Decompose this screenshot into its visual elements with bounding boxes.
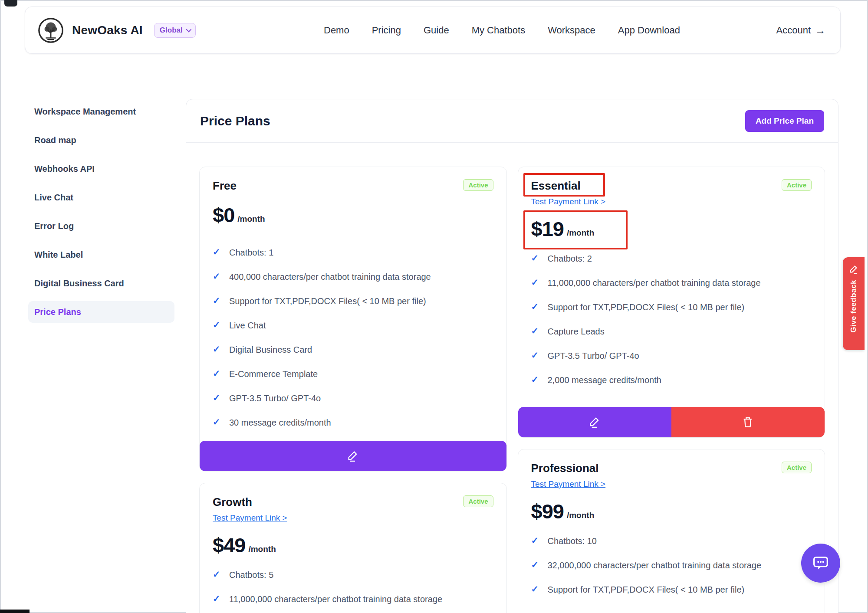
feature-row: ✓ Support for TXT,PDF,DOCX Files( < 10 M… — [213, 296, 493, 306]
feature-text: Chatbots: 5 — [229, 570, 273, 580]
pencil-icon — [346, 449, 359, 462]
nav-links: Demo Pricing Guide My Chatbots Workspace… — [324, 7, 680, 53]
check-icon: ✓ — [213, 296, 222, 305]
feature-text: Support for TXT,PDF,DOCX Files( < 10 MB … — [548, 585, 745, 595]
sidebar-item-white-label[interactable]: White Label — [28, 244, 174, 266]
feature-row: ✓ GPT-3.5 Turbo/ GPT-4o — [531, 351, 812, 361]
feature-row: ✓ Digital Business Card — [213, 345, 493, 355]
feature-row: ✓ 11,000,000 characters/per chatbot trai… — [213, 594, 493, 604]
feature-text: Digital Business Card — [229, 345, 312, 355]
give-feedback-tab[interactable]: Give feedback — [843, 257, 865, 350]
nav-link[interactable]: Pricing — [372, 25, 401, 36]
feature-list: ✓ Chatbots: 1 ✓ 400,000 characters/per c… — [213, 248, 493, 428]
feature-text: Capture Leads — [548, 327, 605, 337]
plan-period: /month — [567, 511, 594, 523]
feature-text: Support for TXT,PDF,DOCX Files( < 10 MB … — [229, 296, 426, 306]
plan-price: $19 — [531, 217, 564, 241]
sidebar: Workspace Management Road map Webhooks A… — [28, 101, 174, 323]
sidebar-item-webhooks-api[interactable]: Webhooks API — [28, 158, 174, 180]
top-left-artifact — [4, 0, 17, 7]
feature-row: ✓ Capture Leads — [531, 327, 812, 337]
feature-row: ✓ 32,000,000 characters/per chatbot trai… — [531, 561, 812, 570]
account-link[interactable]: Account → — [776, 7, 826, 53]
feature-text: 11,000,000 characters/per chatbot traini… — [229, 594, 442, 604]
add-price-plan-button[interactable]: Add Price Plan — [745, 110, 824, 132]
nav-link[interactable]: Workspace — [548, 25, 595, 36]
brand-name: NewOaks AI — [72, 23, 143, 37]
brand[interactable]: NewOaks AI — [37, 17, 143, 44]
plan-price: $99 — [531, 499, 564, 523]
nav-link[interactable]: Demo — [324, 25, 349, 36]
plan-title: Growth — [213, 495, 252, 509]
edit-plan-button[interactable] — [200, 441, 506, 471]
feature-row: ✓ Live Chat — [213, 321, 493, 331]
arrow-right-icon: → — [815, 24, 825, 36]
feature-list: ✓ Chatbots: 2 ✓ 11,000,000 characters/pe… — [531, 254, 812, 385]
feature-row: ✓ 400,000 characters/per chatbot trainin… — [213, 272, 493, 282]
check-icon: ✓ — [531, 327, 541, 335]
plan-cards-grid: Free Active $0 /month ✓ Chatbots: 1 — [186, 143, 838, 613]
check-icon: ✓ — [213, 594, 222, 603]
check-icon: ✓ — [213, 369, 222, 378]
check-icon: ✓ — [531, 375, 541, 384]
feature-text: 32,000,000 characters/per chatbot traini… — [548, 561, 762, 570]
test-payment-link[interactable]: Test Payment Link > — [213, 513, 287, 523]
sidebar-item-price-plans[interactable]: Price Plans — [28, 301, 174, 323]
plan-card-free: Free Active $0 /month ✓ Chatbots: 1 — [199, 167, 507, 472]
feature-row: ✓ Chatbots: 10 — [531, 536, 812, 546]
plan-period: /month — [567, 228, 594, 241]
test-payment-link[interactable]: Test Payment Link > — [531, 479, 606, 489]
edit-plan-button[interactable] — [518, 407, 671, 437]
check-icon: ✓ — [531, 561, 541, 569]
sidebar-item-error-log[interactable]: Error Log — [28, 215, 174, 237]
test-payment-link[interactable]: Test Payment Link > — [531, 197, 606, 207]
sidebar-item-live-chat[interactable]: Live Chat — [28, 187, 174, 208]
plan-period: /month — [237, 214, 265, 227]
panel-header: Price Plans Add Price Plan — [186, 99, 838, 143]
feature-row: ✓ Support for TXT,PDF,DOCX Files( < 10 M… — [531, 302, 812, 312]
plan-card-growth: Growth Active Test Payment Link > $49 /m… — [199, 483, 507, 613]
feature-text: GPT-3.5 Turbo/ GPT-4o — [548, 351, 639, 361]
feature-row: ✓ Chatbots: 2 — [531, 254, 812, 264]
region-label: Global — [160, 26, 183, 35]
trash-icon — [741, 416, 754, 429]
feature-text: Chatbots: 2 — [548, 254, 592, 264]
region-dropdown[interactable]: Global — [154, 23, 196, 38]
feature-list: ✓ Chatbots: 10 ✓ 32,000,000 characters/p… — [531, 536, 812, 595]
account-label: Account — [776, 25, 811, 36]
sidebar-item-digital-business-card[interactable]: Digital Business Card — [28, 272, 174, 294]
feature-list: ✓ Chatbots: 5 ✓ 11,000,000 characters/pe… — [213, 570, 493, 604]
feature-text: Live Chat — [229, 321, 266, 331]
feature-row: ✓ Support for TXT,PDF,DOCX Files( < 10 M… — [531, 585, 812, 595]
check-icon: ✓ — [213, 570, 222, 579]
feature-row: ✓ Chatbots: 1 — [213, 248, 493, 258]
top-navbar: NewOaks AI Global Demo Pricing Guide My … — [25, 7, 841, 54]
chat-widget-button[interactable] — [801, 544, 840, 583]
bottom-left-artifact — [0, 610, 30, 613]
nav-link[interactable]: Guide — [424, 25, 449, 36]
chat-bubble-icon — [811, 553, 831, 573]
feature-row: ✓ 30 message credits/month — [213, 418, 493, 428]
feature-row: ✓ GPT-3.5 Turbo/ GPT-4o — [213, 393, 493, 403]
sidebar-item-workspace-management[interactable]: Workspace Management — [28, 101, 174, 122]
check-icon: ✓ — [531, 351, 541, 360]
feature-text: 400,000 characters/per chatbot training … — [229, 272, 431, 282]
status-badge: Active — [782, 462, 812, 473]
feature-text: Support for TXT,PDF,DOCX Files( < 10 MB … — [548, 302, 745, 312]
feature-text: Chatbots: 1 — [229, 248, 273, 258]
plan-title: Free — [213, 179, 237, 193]
newoaks-logo-icon — [37, 17, 64, 44]
status-badge: Active — [463, 495, 493, 507]
check-icon: ✓ — [213, 248, 222, 256]
nav-link[interactable]: My Chatbots — [472, 25, 526, 36]
delete-plan-button[interactable] — [671, 407, 825, 437]
plan-title: Essential — [531, 179, 581, 193]
sidebar-item-road-map[interactable]: Road map — [28, 129, 174, 151]
check-icon: ✓ — [531, 536, 541, 545]
plan-period: /month — [248, 544, 276, 557]
plan-price: $49 — [213, 533, 245, 557]
feature-row: ✓ Chatbots: 5 — [213, 570, 493, 580]
plan-price: $0 — [213, 203, 234, 227]
nav-link[interactable]: App Download — [618, 25, 680, 36]
feedback-label: Give feedback — [849, 280, 858, 333]
